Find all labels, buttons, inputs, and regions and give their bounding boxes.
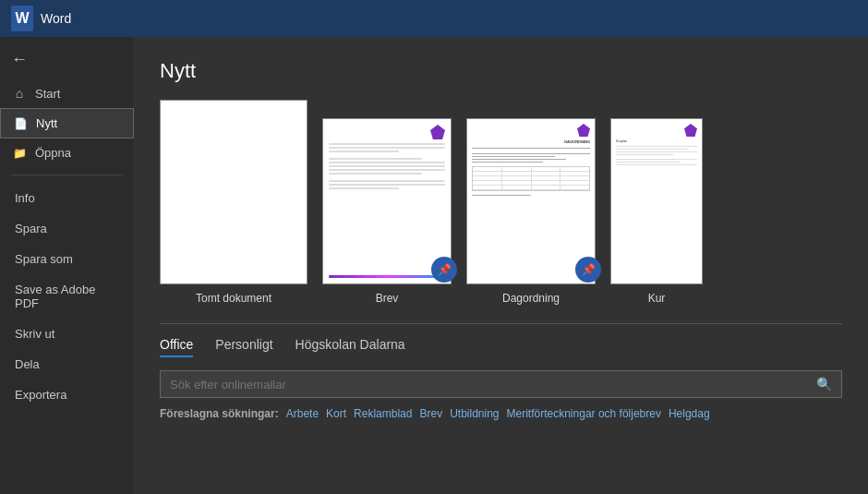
back-button[interactable]: ←: [0, 41, 134, 78]
template-thumbnail-brev: [322, 118, 452, 284]
title-bar: W Word: [0, 0, 868, 37]
suggested-searches: Föreslagna sökningar: Arbete Kort Reklam…: [160, 407, 842, 420]
suggested-meritforts[interactable]: Meritförteckningar och följebrev: [507, 407, 661, 420]
suggested-kort[interactable]: Kort: [326, 407, 346, 420]
sidebar-item-save-adobe[interactable]: Save as Adobe PDF: [0, 274, 134, 319]
template-label-dagordning: Dagordning: [502, 292, 560, 305]
sidebar-item-exportera[interactable]: Exportera: [0, 380, 134, 410]
brev-logo-icon: [430, 125, 445, 139]
template-thumbnail-kur: Kuruplan: [610, 118, 703, 284]
suggested-arbete[interactable]: Arbete: [286, 407, 319, 420]
tab-personligt[interactable]: Personligt: [215, 337, 272, 357]
template-card-brev[interactable]: Brev 📌: [322, 118, 452, 305]
suggested-reklamblad[interactable]: Reklamblad: [354, 407, 412, 420]
sidebar: ← ⌂ Start 📄 Nytt 📁 Öppna Info Spara Spar…: [0, 37, 134, 494]
sidebar-item-spara[interactable]: Spara: [0, 213, 134, 244]
search-icon: 🔍: [816, 377, 832, 392]
sidebar-item-start[interactable]: ⌂ Start: [0, 78, 134, 108]
content-area: Nytt Tomt dokument: [134, 37, 868, 494]
pin-button-dagordning[interactable]: 📌: [575, 257, 601, 283]
template-label-brev: Brev: [376, 292, 399, 305]
sidebar-item-info[interactable]: Info: [0, 183, 134, 213]
new-doc-icon: 📄: [12, 117, 29, 130]
back-icon: ←: [11, 50, 28, 69]
category-tabs: Office Personligt Högskolan Dalarna: [160, 337, 842, 357]
word-logo-icon: W: [11, 7, 33, 30]
dag-logo-icon: [577, 124, 590, 137]
template-label-blank: Tomt dokument: [196, 292, 271, 305]
template-thumbnail-blank: [160, 100, 307, 284]
template-card-kur[interactable]: Kuruplan Kur: [610, 118, 703, 305]
sidebar-item-skriv-ut[interactable]: Skriv ut: [0, 319, 134, 349]
suggested-brev[interactable]: Brev: [419, 407, 442, 420]
suggested-helgdag[interactable]: Helgdag: [669, 407, 710, 420]
page-title: Nytt: [160, 59, 842, 83]
suggested-utbildning[interactable]: Utbildning: [450, 407, 499, 420]
kur-logo-icon: [684, 124, 697, 137]
template-thumbnail-dagordning: DAGORDNING: [466, 118, 596, 284]
tab-office[interactable]: Office: [160, 337, 193, 357]
main-layout: ← ⌂ Start 📄 Nytt 📁 Öppna Info Spara Spar…: [0, 37, 868, 494]
sidebar-item-spara-som[interactable]: Spara som: [0, 244, 134, 274]
template-card-blank[interactable]: Tomt dokument: [160, 100, 307, 305]
sidebar-item-nytt[interactable]: 📄 Nytt: [0, 108, 134, 139]
sidebar-item-dela[interactable]: Dela: [0, 349, 134, 380]
folder-icon: 📁: [11, 147, 28, 160]
sidebar-divider: [11, 175, 123, 175]
app-title: Word: [41, 11, 71, 26]
home-icon: ⌂: [11, 86, 28, 101]
templates-row: Tomt dokument: [160, 100, 842, 305]
tab-hogskolan[interactable]: Högskolan Dalarna: [295, 337, 405, 357]
search-input[interactable]: [170, 378, 816, 392]
search-container: 🔍: [160, 370, 842, 398]
template-label-kur: Kur: [648, 292, 666, 305]
sidebar-item-oppna[interactable]: 📁 Öppna: [0, 139, 134, 167]
section-divider: [160, 323, 842, 324]
template-card-dagordning[interactable]: DAGORDNING: [466, 118, 596, 305]
pin-button-brev[interactable]: 📌: [431, 257, 457, 283]
suggested-label: Föreslagna sökningar:: [160, 407, 279, 420]
